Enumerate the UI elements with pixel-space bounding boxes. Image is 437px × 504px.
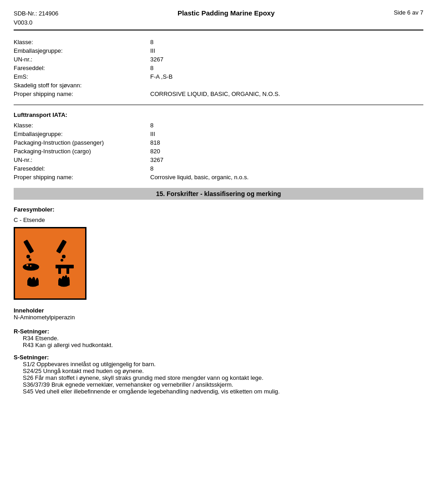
s26: S26 Får man stoffet i øynene, skyll stra… [14,374,423,381]
klasse-value: 8 [150,39,423,45]
r-setninger-heading: R-Setninger: [14,328,423,335]
header-divider [14,30,423,30]
version: V003.0 [14,18,58,27]
s36: S36/37/39 Bruk egnede verneklær, verneha… [14,381,423,388]
luft-klasse-row: Klasse: 8 [14,122,423,129]
inneholder-value: N-Aminometylpiperazin [14,314,75,321]
un-nr-value: 3267 [150,56,423,63]
svg-rect-4 [26,264,28,266]
proper-shipping-row: Proper shipping name: CORROSIVE LIQUID, … [14,91,423,97]
emballasjegruppe-label: Emballasjegruppe: [14,47,150,54]
luft-fareseddel-label: Fareseddel: [14,165,150,172]
page-header: SDB-Nr.: 214906 V003.0 Plastic Padding M… [14,9,423,27]
emballasjegruppe-row: Emballasjegruppe: III [14,47,423,54]
proper-shipping-label: Proper shipping name: [14,91,150,97]
ems-row: EmS: F-A ,S-B [14,73,423,80]
luft-emballasjegruppe-value: III [150,131,423,137]
klasse-label: Klasse: [14,39,150,45]
svg-point-8 [61,259,63,262]
s45: S45 Ved uhell eller illebefinnende er om… [14,388,423,395]
luft-un-nr-value: 3267 [150,156,423,163]
r34: R34 Etsende. [14,335,423,342]
luft-proper-shipping-value: Corrosive liquid, basic, organic, n.o.s. [150,174,423,181]
header-left: SDB-Nr.: 214906 V003.0 [14,9,58,27]
luft-un-nr-row: UN-nr.: 3267 [14,156,423,163]
s-setninger-heading: S-Setninger: [14,354,423,361]
hazard-svg [18,232,82,295]
inneholder-section: Inneholder N-Aminometylpiperazin [14,307,423,321]
svg-rect-0 [23,240,34,254]
sjotransport-section: Klasse: 8 Emballasjegruppe: III UN-nr.: … [14,39,423,97]
luft-klasse-label: Klasse: [14,122,150,129]
luft-packaging-cargo-label: Packaging-Instruction (cargo) [14,148,150,155]
inneholder-label: Inneholder [14,307,44,314]
luft-emballasjegruppe-label: Emballasjegruppe: [14,131,150,137]
ems-value: F-A ,S-B [150,73,423,80]
fareseddel-value: 8 [150,65,423,71]
faresymboler-label: Faresymboler: [14,206,86,213]
fareseddel-label: Fareseddel: [14,65,150,71]
svg-rect-10 [58,268,61,274]
r-setninger-section: R-Setninger: R34 Etsende. R43 Kan gi all… [14,328,423,348]
luft-emballasjegruppe-row: Emballasjegruppe: III [14,131,423,137]
luft-packaging-passenger-row: Packaging-Instruction (passenger) 818 [14,139,423,146]
luft-packaging-passenger-label: Packaging-Instruction (passenger) [14,139,150,146]
hazard-symbol-box [14,227,86,300]
chapter15-bar: 15. Forskrifter - klassifisering og merk… [14,188,423,200]
svg-rect-5 [30,265,31,267]
skadelig-value [150,82,423,89]
svg-point-7 [62,255,66,258]
proper-shipping-value: CORROSIVE LIQUID, BASIC, ORGANIC, N.O.S. [150,91,423,97]
ems-label: EmS: [14,73,150,80]
luft-klasse-value: 8 [150,122,423,129]
lufttransport-section: Lufttransport IATA: Klasse: 8 Emballasje… [14,111,423,181]
un-nr-label: UN-nr.: [14,56,150,63]
emballasjegruppe-value: III [150,47,423,54]
header-page: Side 6 av 7 [394,9,423,16]
un-nr-row: UN-nr.: 3267 [14,56,423,63]
svg-point-1 [26,255,30,258]
s-setninger-section: S-Setninger: S1/2 Oppbevares innelåst og… [14,354,423,395]
skadelig-row: Skadelig stoff for sjøvann: [14,82,423,89]
c-etsende-label: C - Etsende [14,217,86,223]
r43: R43 Kan gi allergi ved hudkontakt. [14,342,423,348]
klasse-row: Klasse: 8 [14,39,423,45]
luft-fareseddel-row: Fareseddel: 8 [14,165,423,172]
svg-rect-6 [56,240,67,254]
s1: S1/2 Oppbevares innelåst og utilgjengeli… [14,361,423,368]
svg-rect-9 [56,265,74,268]
sdb-nr: SDB-Nr.: 214906 [14,9,58,18]
luft-packaging-passenger-value: 818 [150,139,423,146]
svg-rect-11 [66,268,69,274]
faresymboler-label-col: Faresymboler: C - Etsende [14,206,86,300]
svg-rect-12 [59,262,61,264]
luft-proper-shipping-row: Proper shipping name: Corrosive liquid, … [14,174,423,181]
faresymboler-section: Faresymboler: C - Etsende [14,206,423,300]
luft-fareseddel-value: 8 [150,165,423,172]
lufttransport-heading: Lufttransport IATA: [14,111,423,118]
svg-point-2 [29,258,31,261]
svg-rect-13 [64,263,66,265]
luft-proper-shipping-label: Proper shipping name: [14,174,150,181]
header-title: Plastic Padding Marine Epoxy [178,9,274,17]
skadelig-label: Skadelig stoff for sjøvann: [14,82,150,89]
luft-packaging-cargo-row: Packaging-Instruction (cargo) 820 [14,148,423,155]
section-divider-1 [14,105,423,105]
luft-packaging-cargo-value: 820 [150,148,423,155]
fareseddel-row: Fareseddel: 8 [14,65,423,71]
svg-point-3 [23,263,39,271]
s24: S24/25 Unngå kontakt med huden og øynene… [14,368,423,374]
luft-un-nr-label: UN-nr.: [14,156,150,163]
